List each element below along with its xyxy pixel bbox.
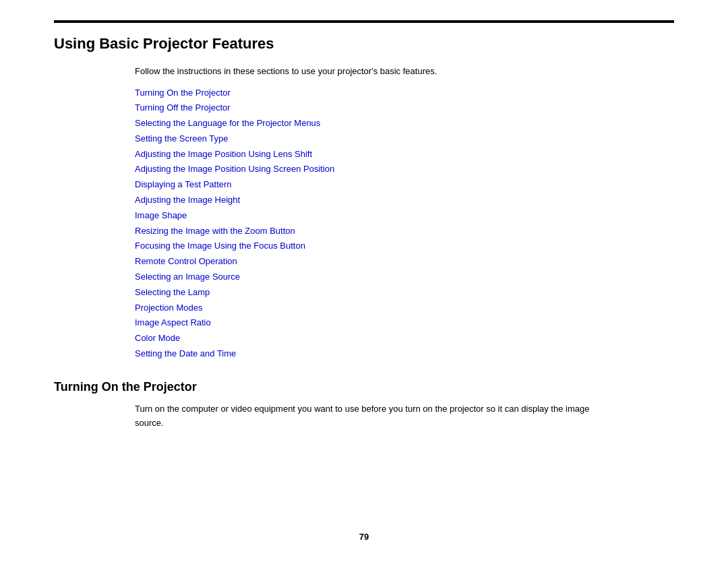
top-border [54, 20, 674, 23]
toc-link-16[interactable]: Color Mode [135, 332, 674, 346]
toc-link-4[interactable]: Adjusting the Image Position Using Lens … [135, 148, 674, 162]
toc-link-8[interactable]: Image Shape [135, 209, 674, 223]
toc-link-13[interactable]: Selecting the Lamp [135, 286, 674, 300]
toc-link-12[interactable]: Selecting an Image Source [135, 270, 674, 284]
toc-link-6[interactable]: Displaying a Test Pattern [135, 178, 674, 192]
toc-link-14[interactable]: Projection Modes [135, 301, 674, 315]
chapter-title: Using Basic Projector Features [54, 35, 674, 53]
toc-link-10[interactable]: Focusing the Image Using the Focus Butto… [135, 239, 674, 253]
toc-link-0[interactable]: Turning On the Projector [135, 86, 674, 100]
toc-link-11[interactable]: Remote Control Operation [135, 255, 674, 269]
toc-link-3[interactable]: Setting the Screen Type [135, 132, 674, 146]
section-text: Turn on the computer or video equipment … [135, 402, 620, 431]
page-number: 79 [359, 532, 369, 542]
toc-link-9[interactable]: Resizing the Image with the Zoom Button [135, 224, 674, 239]
toc-link-5[interactable]: Adjusting the Image Position Using Scree… [135, 162, 674, 177]
toc-list: Turning On the ProjectorTurning Off the … [135, 86, 674, 361]
intro-text: Follow the instructions in these section… [135, 65, 674, 78]
toc-link-17[interactable]: Setting the Date and Time [135, 347, 674, 361]
toc-link-7[interactable]: Adjusting the Image Height [135, 193, 674, 208]
toc-link-1[interactable]: Turning Off the Projector [135, 101, 674, 115]
toc-link-2[interactable]: Selecting the Language for the Projector… [135, 117, 674, 131]
toc-link-15[interactable]: Image Aspect Ratio [135, 316, 674, 330]
section-title: Turning On the Projector [54, 380, 674, 394]
page-container: Using Basic Projector Features Follow th… [0, 0, 728, 562]
